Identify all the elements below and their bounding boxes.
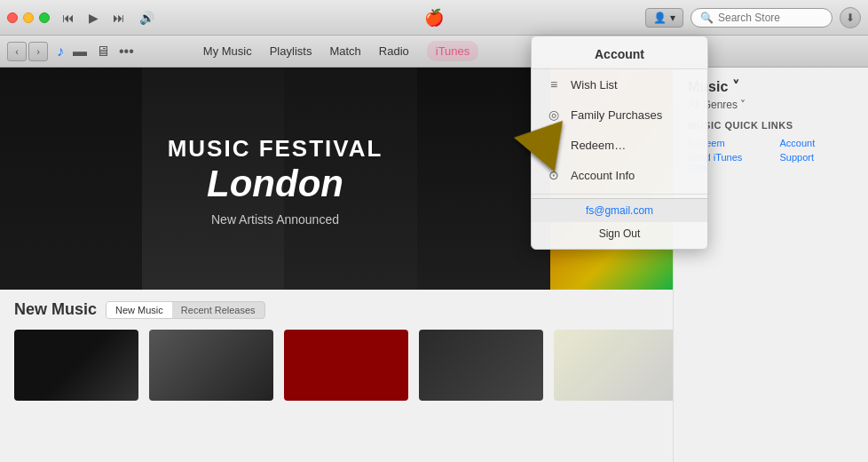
tab-playlists[interactable]: Playlists (270, 41, 312, 61)
volume-icon: 🔊 (139, 11, 154, 25)
sidebar-music-title[interactable]: Music ˅ (688, 78, 854, 95)
search-input[interactable] (718, 12, 825, 24)
dropdown-sign-out[interactable]: Sign Out (532, 222, 707, 245)
wish-list-label: Wish List (571, 78, 618, 92)
tab-match[interactable]: Match (329, 41, 360, 61)
album-art-4 (419, 330, 543, 401)
hero-festival-title: MUSIC FESTIVAL (168, 135, 383, 163)
album-card-2[interactable] (149, 330, 273, 401)
hero-london: London (207, 163, 343, 205)
video-icon[interactable]: ▬ (71, 42, 89, 61)
quick-links-title: MUSIC QUICK LINKS (688, 120, 854, 131)
apple-logo: 🍎 (424, 8, 444, 28)
filter-new-music[interactable]: New Music (107, 302, 172, 318)
tab-itunes[interactable]: iTunes (427, 41, 479, 61)
rewind-button[interactable]: ⏮ (59, 9, 78, 27)
maximize-button[interactable] (39, 12, 50, 23)
album-card-5[interactable] (554, 330, 678, 401)
main-content: MUSIC FESTIVAL London New Artists Announ… (0, 68, 868, 462)
close-button[interactable] (7, 12, 18, 23)
hero-tagline: New Artists Announced (211, 212, 339, 227)
hero-banner: MUSIC FESTIVAL London New Artists Announ… (0, 68, 550, 290)
person-icon: 👤 (653, 12, 667, 24)
tab-radio[interactable]: Radio (379, 41, 409, 61)
album-art-3 (284, 330, 408, 401)
sidebar-genre[interactable]: All Genres ˅ (688, 99, 854, 111)
tab-my-music[interactable]: My Music (203, 41, 252, 61)
transport-controls: ⏮ ▶ ⏭ (59, 9, 129, 27)
dropdown-email[interactable]: fs@gmail.com (546, 204, 693, 217)
download-button[interactable]: ⬇ (840, 7, 861, 28)
list-icon: ≡ (546, 76, 562, 92)
nav-forward-button[interactable]: › (28, 42, 48, 61)
quick-link-account[interactable]: Account (780, 138, 855, 148)
nav-bar: ‹ › ♪ ▬ 🖥 ••• My Music Playlists Match R… (0, 36, 868, 68)
dropdown-email-section: fs@gmail.com (532, 198, 707, 222)
dropdown-header: Account (532, 40, 707, 69)
album-card-1[interactable] (14, 330, 138, 401)
music-note-icon[interactable]: ♪ (55, 42, 66, 61)
title-bar-right: 👤 ▾ 🔍 ⬇ (645, 7, 861, 28)
nav-arrows: ‹ › (7, 42, 48, 61)
account-info-label: Account Info (571, 169, 635, 182)
dropdown-wish-list[interactable]: ≡ Wish List (532, 69, 707, 100)
album-art-5 (554, 330, 678, 401)
search-bar-container: 🔍 (690, 8, 832, 28)
album-card-3[interactable] (284, 330, 408, 401)
traffic-lights (7, 12, 50, 23)
arrow-pointer (522, 116, 575, 160)
new-music-title: New Music (14, 300, 97, 319)
filter-recent-releases[interactable]: Recent Releases (172, 302, 264, 318)
fast-forward-button[interactable]: ⏭ (109, 9, 129, 27)
nav-tabs: My Music Playlists Match Radio iTunes (203, 41, 479, 61)
nav-icons: ♪ ▬ 🖥 ••• (55, 42, 136, 61)
nav-back-button[interactable]: ‹ (7, 42, 27, 61)
dropdown-divider (532, 194, 707, 195)
search-icon: 🔍 (700, 12, 714, 24)
album-card-4[interactable] (419, 330, 543, 401)
quick-links-grid: Redeem Account Send iTunes Gifts Support (688, 138, 854, 173)
play-button[interactable]: ▶ (85, 9, 102, 27)
filter-tabs: New Music Recent Releases (106, 301, 265, 319)
minimize-button[interactable] (23, 12, 34, 23)
album-art-2 (149, 330, 273, 401)
account-chevron: ▾ (670, 12, 675, 24)
title-bar: ⏮ ▶ ⏭ 🔊 🍎 👤 ▾ 🔍 ⬇ (0, 0, 868, 36)
account-button[interactable]: 👤 ▾ (645, 8, 683, 28)
family-purchases-label: Family Purchases (571, 108, 662, 122)
quick-link-support[interactable]: Support (780, 152, 855, 173)
display-icon[interactable]: 🖥 (94, 42, 112, 61)
album-art-1 (14, 330, 138, 401)
more-icon[interactable]: ••• (117, 42, 136, 61)
hero-overlay: MUSIC FESTIVAL London New Artists Announ… (0, 68, 550, 290)
